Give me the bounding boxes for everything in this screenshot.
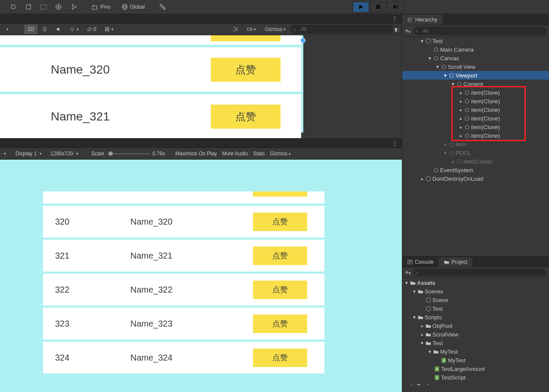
tree-scene-root[interactable]: ▸DontDestroyOnLoad [402, 174, 549, 183]
game-view[interactable]: 320 Name_320 点赞 321 Name_321 点赞 322 Name… [0, 160, 402, 392]
project-tree: ▼Assets ▼Scenes Scene Test ▼Scripts ▸Obj… [402, 278, 549, 385]
rect-tool-icon[interactable] [66, 1, 80, 12]
2d-toggle[interactable]: 2D [24, 25, 37, 34]
console-tab[interactable]: Console [402, 257, 439, 267]
tree-node[interactable]: ▸item(Clone) [402, 123, 549, 131]
gizmos-dropdown[interactable]: Gizmos [261, 25, 289, 34]
hierarchy-tab[interactable]: Hierarchy [402, 15, 442, 25]
project-tab[interactable]: Project [439, 257, 472, 267]
scene-context-menu-icon[interactable]: ⋮ [392, 15, 398, 22]
tree-folder[interactable]: ▸ObjPool [402, 321, 549, 330]
scene-view[interactable]: Name_320 点赞 Name_321 点赞 [0, 35, 402, 139]
tree-node[interactable]: ▼Canvas [402, 54, 549, 62]
tree-node[interactable]: ▼Scroll View [402, 62, 549, 71]
tree-folder[interactable]: ▸ScrollView [402, 330, 549, 339]
hand-tool-icon[interactable] [6, 1, 20, 12]
gameobject-icon [448, 149, 455, 156]
stats-toggle[interactable]: Stats [253, 151, 265, 157]
tree-node[interactable]: ▸item(Clone) [402, 97, 549, 105]
scale-slider[interactable] [107, 153, 150, 154]
tree-node[interactable]: ▸item(Clone) [402, 105, 549, 114]
pause-button[interactable] [370, 2, 386, 12]
item-name: Name_320 [130, 217, 173, 227]
game-gizmos-dropdown[interactable]: Gizmos [270, 151, 291, 157]
item-index: 322 [55, 285, 69, 295]
audio-toggle-icon[interactable] [52, 25, 65, 34]
move-tool-icon[interactable] [21, 1, 35, 12]
fx-dropdown-icon[interactable] [66, 25, 82, 34]
resolution-dropdown[interactable]: 1280x720 [50, 151, 78, 157]
tree-folder[interactable]: ▼Scripts [402, 313, 549, 321]
tree-folder[interactable]: ▼Test [402, 339, 549, 347]
tree-file[interactable]: #TestScript [402, 373, 549, 382]
tree-node[interactable]: ▼Content [402, 80, 549, 88]
list-item: 321 Name_321 点赞 [43, 240, 324, 272]
scene-search-input[interactable] [291, 25, 403, 34]
step-button[interactable] [387, 2, 404, 12]
like-button[interactable]: 点赞 [253, 281, 307, 299]
tree-file[interactable]: #MyTest [402, 356, 549, 364]
script-icon: # [440, 357, 447, 364]
game-context-menu-icon[interactable]: ⋮ [392, 140, 398, 146]
like-button[interactable]: 点赞 [253, 247, 307, 265]
folder-icon [425, 331, 432, 338]
list-item: 320 Name_320 点赞 [43, 206, 324, 238]
tree-file[interactable]: Test [402, 304, 549, 313]
hierarchy-tree: ▼Test Main Camera ▼Canvas ▼Scroll View ▼… [402, 37, 549, 256]
maximize-toggle[interactable]: Maximize On Play [175, 151, 217, 157]
rotate-tool-icon[interactable] [36, 1, 50, 12]
tree-node[interactable]: Main Camera [402, 45, 549, 54]
gameobject-icon [463, 89, 470, 96]
tree-folder[interactable]: ▼Assets [402, 278, 549, 287]
folder-icon [409, 383, 416, 385]
item-name: Name_321 [130, 251, 173, 261]
search-scope-icon[interactable]: ◧ [393, 26, 400, 33]
tree-node[interactable]: ▼POOL [402, 148, 549, 157]
tree-folder[interactable]: ▸Packages [402, 382, 549, 385]
list-item: 322 Name_322 点赞 [43, 274, 324, 306]
camera-dropdown-icon[interactable] [243, 25, 259, 34]
list-item: 324 Name_324 点赞 [43, 342, 324, 373]
scene-toolbar: 2D 0 Gizmos ⌕ ◧ [0, 24, 402, 35]
folder-icon [425, 340, 432, 346]
global-toggle[interactable]: Global [116, 1, 150, 12]
play-button[interactable] [353, 2, 369, 12]
scene-like-button[interactable]: 点赞 [211, 105, 281, 129]
project-search-input[interactable] [413, 269, 546, 276]
tree-file[interactable]: Scene [402, 296, 549, 304]
display-dropdown[interactable]: Display 1 [15, 151, 42, 157]
tree-file[interactable]: #TestLargeAmount [402, 364, 549, 373]
tree-node[interactable]: ▸item [402, 140, 549, 148]
list-item: 323 Name_323 点赞 [43, 308, 324, 340]
lighting-toggle-icon[interactable] [38, 25, 51, 34]
scene-like-button[interactable]: 点赞 [211, 58, 281, 82]
tree-node-selected[interactable]: ▼Viewport [402, 71, 549, 80]
rect-tool-handle[interactable] [300, 38, 305, 43]
hidden-objects-toggle[interactable]: 0 [83, 25, 100, 34]
item-name: Name_323 [130, 319, 173, 329]
tree-node[interactable]: ▸item(Clone) [402, 157, 549, 166]
grid-dropdown-icon[interactable] [101, 25, 117, 34]
shading-dropdown[interactable] [2, 25, 23, 34]
pivot-toggle[interactable]: Pivo [88, 1, 114, 12]
tree-node[interactable]: EventSystem [402, 166, 549, 174]
hierarchy-search-input[interactable] [413, 27, 546, 35]
create-dropdown[interactable]: +▾ [405, 27, 411, 35]
tree-folder[interactable]: ▼Scenes [402, 287, 549, 296]
tree-node[interactable]: ▸item(Clone) [402, 88, 549, 97]
camera-icon[interactable] [228, 25, 241, 34]
game-view-dropdown[interactable] [3, 151, 10, 156]
mute-toggle[interactable]: Mute Audio [222, 151, 248, 157]
like-button[interactable]: 点赞 [253, 213, 307, 231]
like-button[interactable]: 点赞 [253, 315, 307, 333]
scale-tool-icon[interactable] [51, 1, 65, 12]
tree-folder[interactable]: ▼MyTest [402, 347, 549, 356]
grid-snap-icon[interactable] [155, 1, 170, 12]
tree-node[interactable]: ▸item(Clone) [402, 114, 549, 123]
tree-node[interactable]: ▸item(Clone) [402, 131, 549, 140]
project-create-dropdown[interactable]: +▾ [405, 269, 411, 276]
tree-scene-root[interactable]: ▼Test [402, 37, 549, 45]
svg-point-3 [74, 6, 76, 8]
item-name: Name_324 [130, 353, 173, 363]
like-button[interactable]: 点赞 [253, 349, 307, 367]
